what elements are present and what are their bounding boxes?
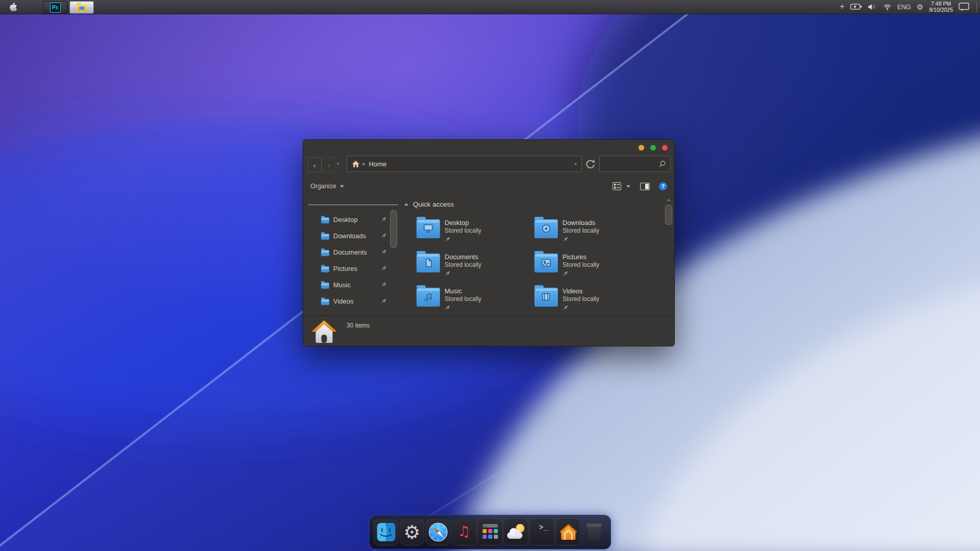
pin-icon [445,305,451,311]
sidebar-divider [308,205,398,205]
history-dropdown-icon[interactable]: ▾ [337,161,339,166]
dock-item-trash[interactable] [582,519,607,545]
terminal-prompt-icon: >_ [539,523,549,532]
change-view-icon[interactable] [612,182,621,190]
view-dropdown-icon[interactable] [626,185,630,188]
dock-item-launchpad[interactable] [478,519,503,545]
photoshop-app-button[interactable]: Ps [43,1,67,14]
dock-item-terminal[interactable]: >_ [530,519,555,545]
content-scrollbar[interactable] [665,205,672,225]
clock[interactable]: 7:48 PM 8/10/2025 [929,1,953,13]
back-button[interactable]: ‹ [307,157,322,172]
dock-item-safari[interactable] [426,519,451,545]
home-icon [352,160,360,168]
dock-item-finder[interactable] [374,519,399,545]
organize-button[interactable]: Organize [310,177,344,196]
tile-subtitle: Stored locally [445,261,481,269]
refresh-button[interactable] [584,159,596,170]
tile-documents[interactable]: Documents Stored locally [416,252,529,279]
music-folder-icon [416,288,440,307]
videos-folder-icon [534,288,558,307]
tile-pictures[interactable]: Pictures Stored locally [534,252,647,279]
tray-expand-icon[interactable]: + [840,0,845,13]
sidebar-item-label: Desktop [333,216,358,223]
tile-desktop[interactable]: Desktop Stored locally [416,217,529,244]
folder-icon [321,250,329,256]
file-manager-window: ‹ › ▾ ▸ Home ▾ Organi [303,139,675,346]
home-status-icon [311,319,337,343]
pin-icon [445,270,451,277]
tile-subtitle: Stored locally [562,227,599,235]
sidebar: Desktop Downloads Documents Pictures [303,196,400,315]
file-explorer-app-button[interactable] [69,1,94,14]
pictures-folder-icon [534,254,558,272]
collapse-section-icon[interactable] [404,203,408,206]
pin-icon[interactable] [381,233,387,239]
sidebar-item-documents[interactable]: Documents [303,244,400,260]
dock-item-home[interactable] [556,519,581,545]
sidebar-item-label: Documents [333,248,367,256]
file-explorer-icon [77,5,87,11]
tile-videos[interactable]: Videos Stored locally [534,286,647,313]
folder-icon [321,234,329,240]
preview-pane-icon[interactable] [640,183,650,190]
apple-menu-icon[interactable] [8,2,17,12]
volume-icon[interactable] [868,4,877,10]
help-label: ? [662,183,665,189]
item-count: 30 items [347,322,370,329]
organize-dropdown-icon [340,185,344,188]
clock-time: 7:48 PM [929,1,953,7]
pin-icon[interactable] [381,216,387,222]
dock-item-weather[interactable] [504,519,529,545]
pin-icon [445,236,451,242]
address-bar[interactable]: ▸ Home ▾ [347,156,582,172]
pin-icon[interactable] [381,298,387,304]
close-button[interactable] [662,145,668,151]
toolbar: Organize ? [303,177,674,196]
dock-item-settings[interactable]: ⚙ [400,519,425,545]
tile-title: Pictures [562,253,599,261]
clock-date: 8/10/2025 [929,7,953,13]
sidebar-item-desktop[interactable]: Desktop [303,211,400,228]
sidebar-item-downloads[interactable]: Downloads [303,228,400,244]
photoshop-icon: Ps [50,3,61,13]
desktop: Ps + ENG ⚙ [0,0,980,551]
tile-subtitle: Stored locally [562,261,599,269]
scroll-up-icon[interactable] [667,198,671,201]
downloads-folder-icon [534,219,558,238]
sidebar-item-label: Downloads [333,232,366,240]
tray-divider [976,2,977,12]
search-icon[interactable] [658,160,666,168]
address-dropdown-icon[interactable]: ▾ [574,161,577,166]
search-input[interactable] [604,160,658,168]
search-box [599,156,671,172]
tile-music[interactable]: Music Stored locally [416,286,529,313]
sidebar-item-videos[interactable]: Videos [303,293,400,309]
forward-button[interactable]: › [322,157,336,172]
menu-bar: Ps + ENG ⚙ [0,0,980,14]
quick-access-header[interactable]: Quick access [404,199,454,209]
pin-icon [562,236,569,242]
sidebar-item-pictures[interactable]: Pictures [303,260,400,277]
pin-icon[interactable] [381,265,387,271]
window-controls [639,145,668,151]
tile-downloads[interactable]: Downloads Stored locally [534,217,647,244]
home-app-icon [559,523,577,541]
sidebar-scrollbar[interactable] [390,210,397,248]
battery-icon[interactable] [850,4,862,10]
menubar-app-buttons: Ps [43,1,94,14]
notification-icon[interactable] [959,3,969,11]
sidebar-item-music[interactable]: Music [303,277,400,293]
language-indicator[interactable]: ENG [897,4,911,11]
zoom-button[interactable] [650,145,656,151]
weather-icon [506,523,526,541]
dock-item-music[interactable]: ♫ [452,519,477,545]
breadcrumb-location: Home [369,160,387,168]
wifi-icon[interactable] [883,4,892,10]
minimize-button[interactable] [639,145,644,151]
pin-icon[interactable] [381,282,387,288]
help-button[interactable]: ? [659,182,667,190]
organize-label: Organize [310,183,336,190]
pin-icon[interactable] [381,249,387,255]
settings-tray-icon[interactable]: ⚙ [917,3,923,12]
